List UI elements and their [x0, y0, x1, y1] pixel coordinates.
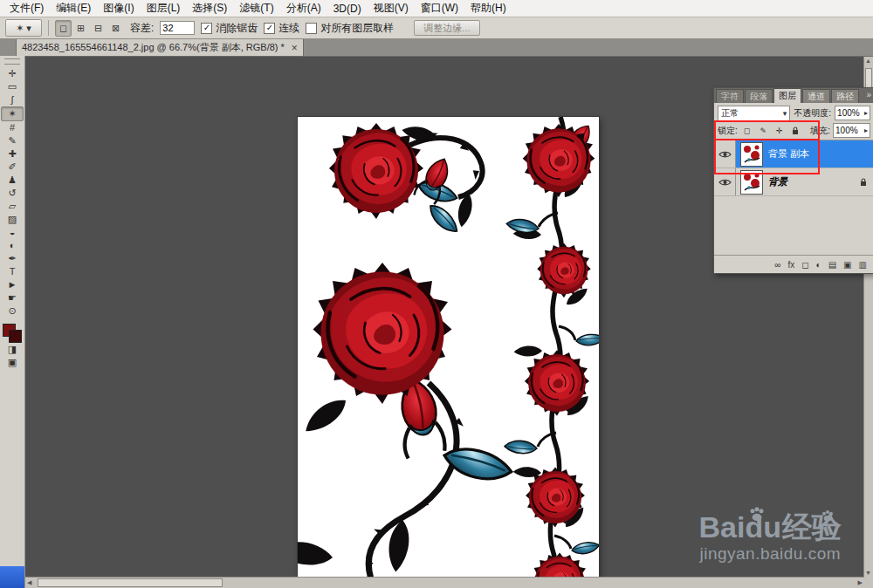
eyedropper-tool[interactable]: ✎ — [2, 134, 23, 147]
layer-mask-button[interactable]: ◻ — [801, 260, 808, 270]
watermark-brand-en: Baidu — [699, 512, 781, 542]
layer-row-background[interactable]: 背景 — [714, 168, 873, 196]
zoom-tool[interactable]: ⊙ — [2, 304, 23, 318]
layer-thumbnail[interactable] — [740, 170, 763, 195]
lock-image-button[interactable]: ✎ — [756, 124, 770, 138]
layer-row-background-copy[interactable]: 背景 副本 — [714, 140, 873, 168]
panel-collapse-icon[interactable]: » — [866, 90, 871, 99]
document-tab[interactable]: 4823458_165554661148_2.jpg @ 66.7%(背景 副本… — [16, 38, 304, 56]
delete-layer-button[interactable]: ▥ — [859, 260, 867, 270]
document-tab-bar: 4823458_165554661148_2.jpg @ 66.7%(背景 副本… — [0, 38, 873, 57]
tab-paragraph[interactable]: 段落 — [745, 89, 773, 103]
menu-view[interactable]: 视图(V) — [368, 0, 415, 17]
menu-layer[interactable]: 图层(L) — [141, 0, 187, 17]
lock-position-button[interactable]: ✛ — [773, 124, 787, 138]
tab-paths[interactable]: 路径 — [831, 89, 859, 103]
lasso-tool[interactable]: ʃ — [2, 93, 23, 106]
screen-mode-button[interactable]: ▣ — [2, 356, 23, 369]
tab-character[interactable]: 字符 — [716, 89, 744, 103]
fill-input[interactable]: 100% ▸ — [833, 123, 870, 138]
refine-edge-button[interactable]: 调整边缘... — [414, 20, 479, 36]
eraser-tool[interactable]: ▱ — [2, 200, 23, 213]
tolerance-label: 容差: — [130, 21, 154, 36]
sample-all-layers-label: 对所有图层取样 — [320, 21, 394, 36]
layer-thumbnail[interactable] — [740, 142, 763, 167]
intersect-selection-button[interactable]: ⊠ — [107, 20, 124, 37]
pen-tool[interactable]: ✒ — [2, 252, 23, 265]
menu-image[interactable]: 图像(I) — [97, 0, 140, 17]
tab-channels[interactable]: 通道 — [802, 89, 830, 103]
layer-group-button[interactable]: ▤ — [828, 260, 836, 270]
menu-filter[interactable]: 滤镜(T) — [233, 0, 279, 17]
screen-mode-icon: ▣ — [8, 358, 17, 367]
add-selection-button[interactable]: ⊞ — [72, 20, 89, 37]
toolbar-grip[interactable] — [4, 58, 20, 65]
hand-tool-icon: ☛ — [8, 293, 17, 303]
magic-wand-tool[interactable]: ✶ — [1, 106, 24, 121]
menu-3d[interactable]: 3D(D) — [327, 1, 368, 17]
blend-mode-select[interactable]: 正常 ▾ — [718, 106, 790, 121]
sample-all-layers-checkbox[interactable]: 对所有图层取样 — [306, 21, 394, 36]
layer-content[interactable]: 背景 — [736, 168, 873, 195]
type-tool[interactable]: T — [2, 265, 23, 278]
menu-analysis[interactable]: 分析(A) — [280, 0, 327, 17]
lock-all-button[interactable] — [789, 124, 803, 138]
menu-select[interactable]: 选择(S) — [186, 0, 233, 17]
menu-window[interactable]: 窗口(W) — [415, 0, 464, 17]
zoom-tool-icon: ⊙ — [8, 306, 16, 316]
new-layer-button[interactable]: ▣ — [843, 260, 851, 270]
contiguous-checkbox[interactable]: ✓ 连续 — [264, 21, 299, 36]
eraser-tool-icon: ▱ — [9, 202, 16, 211]
close-icon[interactable]: × — [292, 42, 298, 54]
scroll-down-icon[interactable]: ▼ — [865, 570, 871, 576]
baidu-logo: Baidu 经验 — [699, 512, 842, 542]
opacity-input[interactable]: 100% ▸ — [835, 106, 870, 120]
visibility-toggle[interactable] — [714, 140, 736, 168]
scroll-up-icon[interactable]: ▲ — [865, 58, 871, 64]
chevron-down-icon: ▾ — [783, 109, 787, 118]
link-layers-button[interactable]: ∞ — [774, 260, 780, 270]
clone-stamp-tool[interactable]: ♟ — [2, 174, 23, 187]
blur-tool[interactable]: ◒ — [2, 226, 23, 239]
horizontal-scrollbar[interactable]: ◀ ▶ — [25, 577, 864, 588]
horizontal-scroll-thumb[interactable] — [38, 578, 223, 587]
layer-content[interactable]: 背景 副本 — [736, 140, 873, 168]
layer-style-button[interactable]: fx — [788, 260, 795, 270]
tool-palette: ✛ ▭ ʃ ✶ # ✎ ✚ ✐ ♟ ↺ ▱ ▨ ◒ ◐ ✒ T ► ☛ ⊙ ◨ … — [0, 56, 25, 588]
visibility-toggle[interactable] — [714, 168, 736, 195]
gradient-tool[interactable]: ▨ — [2, 213, 23, 226]
checkbox-checked-icon: ✓ — [201, 23, 212, 34]
document-canvas[interactable] — [298, 117, 599, 578]
blend-mode-row: 正常 ▾ 不透明度: 100% ▸ — [714, 103, 873, 122]
adjustment-layer-button[interactable]: ◐ — [816, 260, 821, 270]
tolerance-input[interactable] — [160, 21, 195, 35]
lock-label: 锁定: — [718, 125, 738, 137]
brush-tool[interactable]: ✐ — [2, 161, 23, 174]
menu-file[interactable]: 文件(F) — [3, 0, 50, 17]
scroll-left-icon[interactable]: ◀ — [27, 579, 31, 585]
quick-mask-button[interactable]: ◨ — [2, 343, 23, 356]
rose-artwork — [298, 117, 599, 578]
lock-transparency-button[interactable]: ◻ — [740, 124, 754, 138]
healing-brush-tool[interactable]: ✚ — [2, 147, 23, 161]
history-brush-tool[interactable]: ↺ — [2, 187, 23, 200]
hand-tool[interactable]: ☛ — [2, 291, 23, 304]
new-selection-button[interactable]: ◻ — [55, 20, 72, 37]
move-tool[interactable]: ✛ — [2, 67, 23, 80]
tab-layers[interactable]: 图层 — [773, 88, 801, 103]
menu-edit[interactable]: 编辑(E) — [50, 0, 97, 17]
photoshop-window: 文件(F) 编辑(E) 图像(I) 图层(L) 选择(S) 滤镜(T) 分析(A… — [0, 0, 873, 588]
crop-tool[interactable]: # — [2, 121, 23, 134]
background-color-swatch[interactable] — [9, 330, 22, 343]
scroll-right-icon[interactable]: ▶ — [858, 579, 863, 585]
panel-footer: ∞ fx ◻ ◐ ▤ ▣ ▥ — [714, 255, 873, 273]
dodge-tool[interactable]: ◐ — [2, 239, 23, 252]
color-swatches[interactable] — [3, 324, 22, 343]
blur-tool-icon: ◒ — [10, 228, 16, 237]
marquee-tool[interactable]: ▭ — [2, 80, 23, 93]
tool-preset-button[interactable]: ✶ ▾ — [5, 19, 42, 37]
menu-help[interactable]: 帮助(H) — [464, 0, 512, 17]
antialias-checkbox[interactable]: ✓ 消除锯齿 — [201, 21, 258, 36]
subtract-selection-button[interactable]: ⊟ — [90, 20, 107, 37]
path-select-tool[interactable]: ► — [2, 278, 23, 291]
